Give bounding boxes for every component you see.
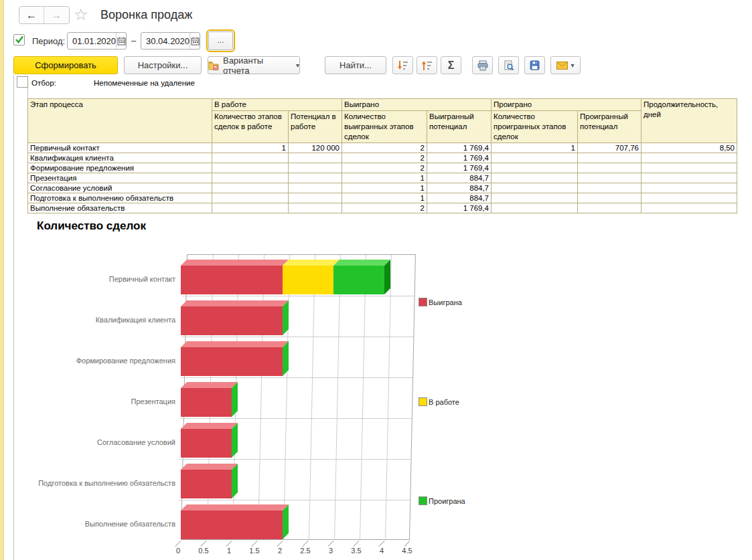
period-from-field[interactable]: 01.01.2020 (67, 32, 127, 50)
forward-button[interactable]: → (44, 7, 69, 23)
value-cell[interactable] (578, 203, 642, 213)
value-cell[interactable] (578, 183, 642, 193)
totals-button[interactable]: Σ (441, 56, 461, 74)
value-cell[interactable] (212, 163, 289, 173)
period-from-calendar-button[interactable] (116, 33, 126, 49)
value-cell[interactable] (642, 173, 737, 183)
stage-cell[interactable]: Подготовка к выполнению обязательств (28, 193, 212, 203)
generate-button[interactable]: Сформировать (13, 56, 118, 74)
bar-side-face (384, 260, 390, 294)
value-cell[interactable]: 2 (342, 143, 427, 153)
stage-cell[interactable]: Презентация (28, 173, 212, 183)
value-cell[interactable] (578, 153, 642, 163)
col-header-duration[interactable]: Продолжительность, дней (642, 99, 737, 143)
value-cell[interactable]: 8,50 (642, 143, 737, 153)
period-to-value[interactable]: 30.04.2020 (141, 33, 190, 49)
value-cell[interactable] (578, 163, 642, 173)
bar-segment[interactable] (181, 388, 232, 417)
value-cell[interactable] (289, 153, 342, 163)
value-cell[interactable] (492, 203, 578, 213)
value-cell[interactable] (642, 203, 737, 213)
stage-cell[interactable]: Выполнение обязательств (28, 203, 212, 213)
value-cell[interactable] (492, 183, 578, 193)
filter-group-expander[interactable] (17, 76, 28, 88)
value-cell[interactable]: 884,7 (427, 173, 492, 183)
value-cell[interactable]: 2 (342, 203, 427, 213)
value-cell[interactable]: 884,7 (427, 183, 492, 193)
value-cell[interactable] (289, 193, 342, 203)
bar-segment[interactable] (181, 306, 283, 335)
col-header-stage[interactable]: Этап процесса (28, 99, 212, 143)
stage-cell[interactable]: Формирование предложения (28, 163, 212, 173)
bar-segment[interactable] (333, 266, 384, 294)
value-cell[interactable] (642, 193, 737, 203)
back-button[interactable]: ← (19, 7, 44, 23)
col-header-inwork-count[interactable]: Количество этапов сделок в работе (212, 111, 289, 143)
value-cell[interactable] (642, 163, 737, 173)
bar-segment[interactable] (181, 429, 232, 458)
value-cell[interactable] (642, 153, 737, 163)
print-preview-button[interactable] (498, 56, 519, 74)
period-from-value[interactable]: 01.01.2020 (68, 33, 116, 49)
bar-segment[interactable] (181, 470, 232, 498)
value-cell[interactable]: 120 000 (289, 143, 342, 153)
col-header-won-potential[interactable]: Выигранный потенциал (427, 111, 492, 143)
value-cell[interactable]: 1 769,4 (427, 153, 492, 163)
value-cell[interactable]: 884,7 (427, 193, 492, 203)
col-group-won[interactable]: Выиграно (342, 99, 492, 111)
value-cell[interactable] (212, 203, 289, 213)
value-cell[interactable]: 1 769,4 (427, 163, 492, 173)
value-cell[interactable]: 1 769,4 (427, 203, 492, 213)
col-group-lost[interactable]: Проиграно (492, 99, 642, 111)
col-header-won-count[interactable]: Количество выигранных этапов сделок (342, 111, 427, 143)
value-cell[interactable] (289, 183, 342, 193)
value-cell[interactable] (492, 163, 578, 173)
report-variants-button[interactable]: Варианты отчета ▾ (208, 56, 300, 74)
period-more-button[interactable]: ... (208, 31, 233, 50)
value-cell[interactable] (492, 173, 578, 183)
value-cell[interactable] (289, 163, 342, 173)
value-cell[interactable]: 1 (342, 193, 427, 203)
favorite-star-icon[interactable]: ☆ (74, 5, 88, 24)
period-to-calendar-button[interactable] (190, 33, 200, 49)
sort-ascending-button[interactable] (417, 56, 437, 74)
value-cell[interactable]: 2 (342, 163, 427, 173)
stage-cell[interactable]: Квалификация клиента (28, 153, 212, 163)
value-cell[interactable] (212, 153, 289, 163)
value-cell[interactable]: 1 (342, 173, 427, 183)
period-to-field[interactable]: 30.04.2020 (141, 32, 200, 50)
value-cell[interactable] (642, 183, 737, 193)
sort-descending-button[interactable] (392, 56, 413, 74)
value-cell[interactable] (212, 183, 289, 193)
value-cell[interactable] (492, 153, 578, 163)
print-button[interactable] (472, 56, 493, 74)
value-cell[interactable]: 707,76 (578, 143, 642, 153)
col-header-lost-count[interactable]: Количество проигранных этапов сделок (492, 111, 578, 143)
value-cell[interactable] (289, 173, 342, 183)
bar-segment[interactable] (181, 266, 283, 294)
value-cell[interactable] (212, 193, 289, 203)
col-group-inwork[interactable]: В работе (212, 99, 342, 111)
stage-cell[interactable]: Первичный контакт (28, 143, 212, 153)
value-cell[interactable] (212, 173, 289, 183)
col-header-inwork-potential[interactable]: Потенциал в работе (289, 111, 342, 143)
bar-segment[interactable] (283, 266, 333, 294)
value-cell[interactable]: 2 (342, 153, 427, 163)
value-cell[interactable]: 1 (212, 143, 289, 153)
value-cell[interactable]: 1 (342, 183, 427, 193)
value-cell[interactable]: 1 769,4 (427, 143, 492, 153)
value-cell[interactable] (578, 193, 642, 203)
find-button[interactable]: Найти... (325, 56, 386, 74)
value-cell[interactable]: 1 (492, 143, 578, 153)
bar-segment[interactable] (181, 347, 283, 376)
send-mail-button[interactable]: ▾ (550, 56, 581, 74)
value-cell[interactable] (492, 193, 578, 203)
stage-cell[interactable]: Согласование условий (28, 183, 212, 193)
value-cell[interactable] (289, 203, 342, 213)
value-cell[interactable] (578, 173, 642, 183)
settings-button[interactable]: Настройки... (124, 56, 202, 74)
save-button[interactable] (524, 56, 545, 74)
bar-segment[interactable] (181, 510, 283, 539)
period-checkbox[interactable] (13, 34, 25, 45)
col-header-lost-potential[interactable]: Проигранный потенциал (578, 111, 642, 143)
